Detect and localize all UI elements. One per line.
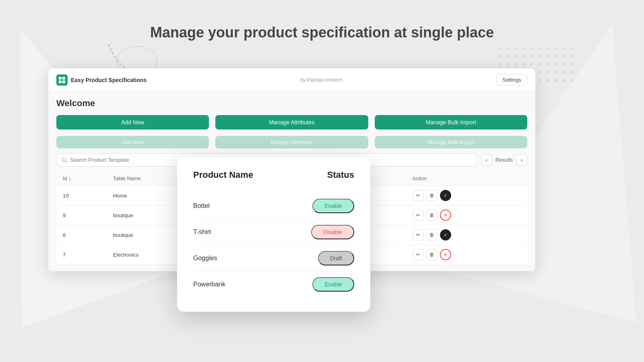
svg-point-29	[547, 64, 549, 66]
svg-point-15	[514, 56, 516, 58]
delete-button[interactable]: 🗑	[426, 190, 438, 201]
svg-point-21	[563, 56, 565, 58]
svg-point-26	[522, 64, 524, 66]
cancel-button[interactable]: ✕	[440, 249, 451, 260]
hero-title: Manage your product specification at sin…	[150, 24, 494, 41]
svg-point-28	[539, 64, 541, 66]
delete-button[interactable]: 🗑	[426, 210, 438, 221]
svg-point-49	[547, 80, 549, 82]
welcome-title: Welcome	[56, 98, 527, 109]
ghost-add-new: Add New	[56, 136, 209, 148]
svg-point-30	[555, 64, 557, 66]
svg-point-48	[539, 80, 541, 82]
next-page-button[interactable]: ›	[516, 154, 527, 166]
ghost-buttons: Add New Manage Attributes Manage Bulk Im…	[56, 136, 527, 148]
delete-button[interactable]: 🗑	[426, 229, 438, 241]
popup-item-row: Bottel Enable	[193, 193, 354, 219]
action-buttons-row: Add New Manage Attributes Manage Bulk Im…	[56, 115, 527, 130]
svg-rect-55	[59, 80, 62, 83]
svg-point-24	[506, 64, 508, 66]
app-header: Easy Product Specifications by Patoliya …	[48, 68, 535, 92]
svg-point-8	[539, 47, 541, 49]
svg-point-16	[522, 56, 524, 58]
popup-enable-button-2[interactable]: Enable	[312, 277, 354, 292]
svg-point-31	[563, 64, 565, 66]
action-icons: ✏ 🗑 ✓	[413, 229, 521, 241]
svg-point-22	[571, 56, 573, 58]
popup-product-name: T-shirt	[193, 228, 211, 236]
svg-point-19	[547, 56, 549, 58]
svg-point-41	[563, 72, 565, 74]
svg-point-10	[555, 47, 557, 49]
cell-action: ✏ 🗑 ✕	[406, 245, 527, 265]
popup-enable-button[interactable]: Enable	[312, 199, 354, 213]
svg-point-14	[506, 56, 508, 58]
cancel-button[interactable]: ✕	[440, 210, 451, 221]
svg-point-40	[555, 72, 557, 74]
svg-point-27	[530, 64, 533, 66]
app-title: Easy Product Specifications	[71, 77, 147, 83]
logo-icon	[56, 74, 68, 86]
svg-point-7	[530, 47, 533, 49]
cell-action: ✏ 🗑 ✓	[406, 186, 527, 206]
manage-bulk-import-button[interactable]: Manage Bulk Import	[375, 115, 527, 130]
cell-id: 10	[56, 186, 107, 206]
svg-rect-53	[59, 77, 62, 80]
cell-action: ✏ 🗑 ✕	[406, 206, 527, 225]
edit-button[interactable]: ✏	[413, 190, 424, 201]
delete-button[interactable]: 🗑	[426, 249, 438, 260]
popup-product-name: Powerbank	[193, 281, 225, 288]
cell-action: ✏ 🗑 ✓	[406, 225, 527, 245]
svg-point-32	[571, 64, 573, 66]
svg-point-5	[514, 47, 516, 49]
svg-point-3	[498, 47, 500, 49]
popup-status-col-header: Status	[327, 170, 354, 180]
results-nav: ‹ Results ›	[481, 154, 527, 166]
svg-line-58	[65, 161, 66, 162]
ghost-bulk-import: Manage Bulk Import	[375, 136, 527, 148]
add-new-button[interactable]: Add New	[56, 115, 209, 130]
popup-item-row: Goggles Draft	[193, 245, 354, 272]
svg-rect-54	[62, 77, 65, 80]
app-logo: Easy Product Specifications	[56, 74, 147, 86]
action-icons: ✏ 🗑 ✕	[413, 210, 521, 221]
settings-button[interactable]: Settings	[496, 74, 527, 86]
svg-point-4	[506, 47, 508, 49]
popup-product-col-header: Product Name	[193, 170, 253, 180]
popup-disable-button[interactable]: Disable	[311, 225, 354, 239]
edit-button[interactable]: ✏	[413, 229, 424, 241]
search-icon	[62, 157, 67, 163]
action-icons: ✏ 🗑 ✓	[413, 190, 521, 201]
svg-point-6	[522, 47, 524, 49]
popup-product-name: Goggles	[193, 255, 217, 262]
confirm-button[interactable]: ✓	[440, 190, 451, 201]
svg-point-51	[563, 80, 565, 82]
col-id: Id ↕	[56, 171, 107, 186]
svg-point-12	[571, 47, 573, 49]
svg-point-20	[555, 56, 557, 58]
cell-id: 7	[56, 245, 107, 265]
svg-point-39	[547, 72, 549, 74]
popup-item-row: Powerbank Enable	[193, 272, 354, 297]
by-label: by Patoliya Infotech	[300, 77, 343, 83]
prev-page-button[interactable]: ‹	[481, 154, 492, 166]
confirm-button[interactable]: ✓	[440, 229, 451, 241]
svg-point-23	[498, 64, 500, 66]
popup-header: Product Name Status	[193, 170, 354, 183]
svg-point-42	[571, 72, 573, 74]
edit-button[interactable]: ✏	[413, 210, 424, 221]
svg-point-17	[530, 56, 533, 58]
svg-point-11	[563, 47, 565, 49]
ghost-manage-attr: Manage Attributes	[215, 136, 368, 148]
svg-point-18	[539, 56, 541, 58]
svg-point-50	[555, 80, 557, 82]
col-action: Action	[406, 171, 527, 186]
svg-rect-56	[62, 80, 65, 83]
results-label: Results	[495, 157, 513, 163]
popup-draft-button[interactable]: Draft	[318, 251, 354, 265]
edit-button[interactable]: ✏	[413, 249, 424, 260]
svg-point-9	[547, 47, 549, 49]
svg-point-52	[571, 80, 573, 82]
manage-attributes-button[interactable]: Manage Attributes	[215, 115, 368, 130]
action-icons: ✏ 🗑 ✕	[413, 249, 521, 260]
